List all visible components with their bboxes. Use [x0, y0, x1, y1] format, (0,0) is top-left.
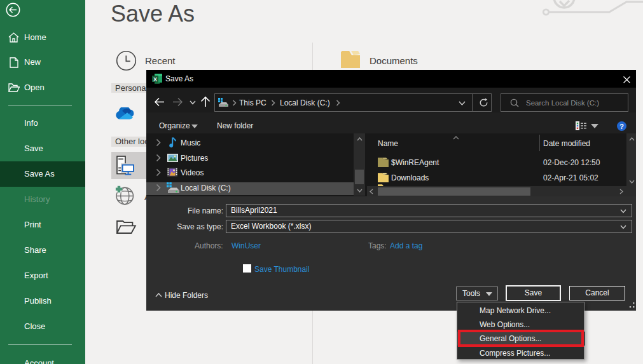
svg-text:X: X — [153, 76, 157, 83]
svg-text:?: ? — [619, 122, 624, 130]
